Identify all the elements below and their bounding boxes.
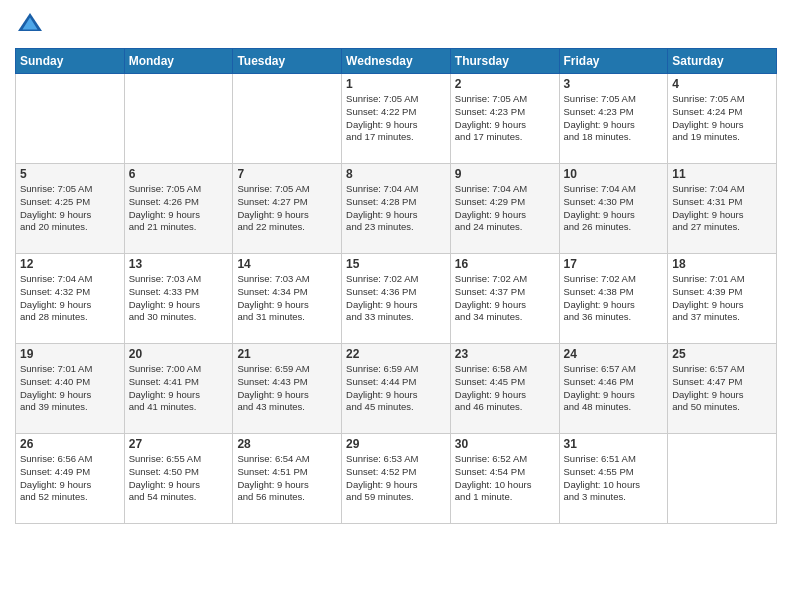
day-number-12: 12 bbox=[20, 257, 120, 271]
day-info-25: Sunrise: 6:57 AM Sunset: 4:47 PM Dayligh… bbox=[672, 363, 772, 414]
day-cell-16: 16Sunrise: 7:02 AM Sunset: 4:37 PM Dayli… bbox=[450, 254, 559, 344]
day-info-20: Sunrise: 7:00 AM Sunset: 4:41 PM Dayligh… bbox=[129, 363, 229, 414]
week-row-3: 12Sunrise: 7:04 AM Sunset: 4:32 PM Dayli… bbox=[16, 254, 777, 344]
day-number-14: 14 bbox=[237, 257, 337, 271]
logo bbox=[15, 10, 47, 40]
day-number-26: 26 bbox=[20, 437, 120, 451]
day-cell-18: 18Sunrise: 7:01 AM Sunset: 4:39 PM Dayli… bbox=[668, 254, 777, 344]
day-info-19: Sunrise: 7:01 AM Sunset: 4:40 PM Dayligh… bbox=[20, 363, 120, 414]
weekday-header-friday: Friday bbox=[559, 49, 668, 74]
day-number-28: 28 bbox=[237, 437, 337, 451]
day-cell-9: 9Sunrise: 7:04 AM Sunset: 4:29 PM Daylig… bbox=[450, 164, 559, 254]
weekday-header-row: SundayMondayTuesdayWednesdayThursdayFrid… bbox=[16, 49, 777, 74]
day-info-7: Sunrise: 7:05 AM Sunset: 4:27 PM Dayligh… bbox=[237, 183, 337, 234]
day-cell-23: 23Sunrise: 6:58 AM Sunset: 4:45 PM Dayli… bbox=[450, 344, 559, 434]
day-number-31: 31 bbox=[564, 437, 664, 451]
day-number-1: 1 bbox=[346, 77, 446, 91]
day-cell-8: 8Sunrise: 7:04 AM Sunset: 4:28 PM Daylig… bbox=[342, 164, 451, 254]
day-info-13: Sunrise: 7:03 AM Sunset: 4:33 PM Dayligh… bbox=[129, 273, 229, 324]
day-number-24: 24 bbox=[564, 347, 664, 361]
day-number-6: 6 bbox=[129, 167, 229, 181]
day-cell-21: 21Sunrise: 6:59 AM Sunset: 4:43 PM Dayli… bbox=[233, 344, 342, 434]
day-info-3: Sunrise: 7:05 AM Sunset: 4:23 PM Dayligh… bbox=[564, 93, 664, 144]
day-info-21: Sunrise: 6:59 AM Sunset: 4:43 PM Dayligh… bbox=[237, 363, 337, 414]
header bbox=[15, 10, 777, 40]
day-info-10: Sunrise: 7:04 AM Sunset: 4:30 PM Dayligh… bbox=[564, 183, 664, 234]
day-info-12: Sunrise: 7:04 AM Sunset: 4:32 PM Dayligh… bbox=[20, 273, 120, 324]
day-cell-11: 11Sunrise: 7:04 AM Sunset: 4:31 PM Dayli… bbox=[668, 164, 777, 254]
day-number-10: 10 bbox=[564, 167, 664, 181]
day-info-8: Sunrise: 7:04 AM Sunset: 4:28 PM Dayligh… bbox=[346, 183, 446, 234]
day-cell-25: 25Sunrise: 6:57 AM Sunset: 4:47 PM Dayli… bbox=[668, 344, 777, 434]
day-cell-14: 14Sunrise: 7:03 AM Sunset: 4:34 PM Dayli… bbox=[233, 254, 342, 344]
day-cell-20: 20Sunrise: 7:00 AM Sunset: 4:41 PM Dayli… bbox=[124, 344, 233, 434]
day-cell-15: 15Sunrise: 7:02 AM Sunset: 4:36 PM Dayli… bbox=[342, 254, 451, 344]
week-row-5: 26Sunrise: 6:56 AM Sunset: 4:49 PM Dayli… bbox=[16, 434, 777, 524]
day-cell-27: 27Sunrise: 6:55 AM Sunset: 4:50 PM Dayli… bbox=[124, 434, 233, 524]
day-cell-2: 2Sunrise: 7:05 AM Sunset: 4:23 PM Daylig… bbox=[450, 74, 559, 164]
day-info-30: Sunrise: 6:52 AM Sunset: 4:54 PM Dayligh… bbox=[455, 453, 555, 504]
day-info-26: Sunrise: 6:56 AM Sunset: 4:49 PM Dayligh… bbox=[20, 453, 120, 504]
day-number-23: 23 bbox=[455, 347, 555, 361]
day-number-21: 21 bbox=[237, 347, 337, 361]
day-info-1: Sunrise: 7:05 AM Sunset: 4:22 PM Dayligh… bbox=[346, 93, 446, 144]
day-cell-5: 5Sunrise: 7:05 AM Sunset: 4:25 PM Daylig… bbox=[16, 164, 125, 254]
logo-icon bbox=[15, 10, 45, 40]
day-number-17: 17 bbox=[564, 257, 664, 271]
weekday-header-wednesday: Wednesday bbox=[342, 49, 451, 74]
day-cell-24: 24Sunrise: 6:57 AM Sunset: 4:46 PM Dayli… bbox=[559, 344, 668, 434]
day-number-13: 13 bbox=[129, 257, 229, 271]
day-number-20: 20 bbox=[129, 347, 229, 361]
weekday-header-saturday: Saturday bbox=[668, 49, 777, 74]
weekday-header-tuesday: Tuesday bbox=[233, 49, 342, 74]
calendar-table: SundayMondayTuesdayWednesdayThursdayFrid… bbox=[15, 48, 777, 524]
day-cell-7: 7Sunrise: 7:05 AM Sunset: 4:27 PM Daylig… bbox=[233, 164, 342, 254]
day-number-8: 8 bbox=[346, 167, 446, 181]
day-number-18: 18 bbox=[672, 257, 772, 271]
day-number-22: 22 bbox=[346, 347, 446, 361]
day-info-29: Sunrise: 6:53 AM Sunset: 4:52 PM Dayligh… bbox=[346, 453, 446, 504]
week-row-1: 1Sunrise: 7:05 AM Sunset: 4:22 PM Daylig… bbox=[16, 74, 777, 164]
day-info-27: Sunrise: 6:55 AM Sunset: 4:50 PM Dayligh… bbox=[129, 453, 229, 504]
day-number-4: 4 bbox=[672, 77, 772, 91]
day-cell-26: 26Sunrise: 6:56 AM Sunset: 4:49 PM Dayli… bbox=[16, 434, 125, 524]
day-number-30: 30 bbox=[455, 437, 555, 451]
day-info-31: Sunrise: 6:51 AM Sunset: 4:55 PM Dayligh… bbox=[564, 453, 664, 504]
day-number-29: 29 bbox=[346, 437, 446, 451]
day-number-25: 25 bbox=[672, 347, 772, 361]
day-info-5: Sunrise: 7:05 AM Sunset: 4:25 PM Dayligh… bbox=[20, 183, 120, 234]
day-number-27: 27 bbox=[129, 437, 229, 451]
day-info-4: Sunrise: 7:05 AM Sunset: 4:24 PM Dayligh… bbox=[672, 93, 772, 144]
day-info-14: Sunrise: 7:03 AM Sunset: 4:34 PM Dayligh… bbox=[237, 273, 337, 324]
day-cell-12: 12Sunrise: 7:04 AM Sunset: 4:32 PM Dayli… bbox=[16, 254, 125, 344]
day-number-11: 11 bbox=[672, 167, 772, 181]
day-cell-19: 19Sunrise: 7:01 AM Sunset: 4:40 PM Dayli… bbox=[16, 344, 125, 434]
empty-cell bbox=[233, 74, 342, 164]
day-info-18: Sunrise: 7:01 AM Sunset: 4:39 PM Dayligh… bbox=[672, 273, 772, 324]
empty-cell bbox=[668, 434, 777, 524]
day-number-2: 2 bbox=[455, 77, 555, 91]
day-cell-22: 22Sunrise: 6:59 AM Sunset: 4:44 PM Dayli… bbox=[342, 344, 451, 434]
day-info-17: Sunrise: 7:02 AM Sunset: 4:38 PM Dayligh… bbox=[564, 273, 664, 324]
day-info-9: Sunrise: 7:04 AM Sunset: 4:29 PM Dayligh… bbox=[455, 183, 555, 234]
day-number-15: 15 bbox=[346, 257, 446, 271]
day-number-19: 19 bbox=[20, 347, 120, 361]
day-number-9: 9 bbox=[455, 167, 555, 181]
day-info-16: Sunrise: 7:02 AM Sunset: 4:37 PM Dayligh… bbox=[455, 273, 555, 324]
day-number-3: 3 bbox=[564, 77, 664, 91]
day-info-15: Sunrise: 7:02 AM Sunset: 4:36 PM Dayligh… bbox=[346, 273, 446, 324]
day-info-2: Sunrise: 7:05 AM Sunset: 4:23 PM Dayligh… bbox=[455, 93, 555, 144]
day-cell-31: 31Sunrise: 6:51 AM Sunset: 4:55 PM Dayli… bbox=[559, 434, 668, 524]
weekday-header-thursday: Thursday bbox=[450, 49, 559, 74]
day-cell-28: 28Sunrise: 6:54 AM Sunset: 4:51 PM Dayli… bbox=[233, 434, 342, 524]
day-number-5: 5 bbox=[20, 167, 120, 181]
day-info-24: Sunrise: 6:57 AM Sunset: 4:46 PM Dayligh… bbox=[564, 363, 664, 414]
day-info-23: Sunrise: 6:58 AM Sunset: 4:45 PM Dayligh… bbox=[455, 363, 555, 414]
empty-cell bbox=[16, 74, 125, 164]
day-cell-13: 13Sunrise: 7:03 AM Sunset: 4:33 PM Dayli… bbox=[124, 254, 233, 344]
page: SundayMondayTuesdayWednesdayThursdayFrid… bbox=[0, 0, 792, 612]
day-info-22: Sunrise: 6:59 AM Sunset: 4:44 PM Dayligh… bbox=[346, 363, 446, 414]
empty-cell bbox=[124, 74, 233, 164]
weekday-header-sunday: Sunday bbox=[16, 49, 125, 74]
day-cell-4: 4Sunrise: 7:05 AM Sunset: 4:24 PM Daylig… bbox=[668, 74, 777, 164]
